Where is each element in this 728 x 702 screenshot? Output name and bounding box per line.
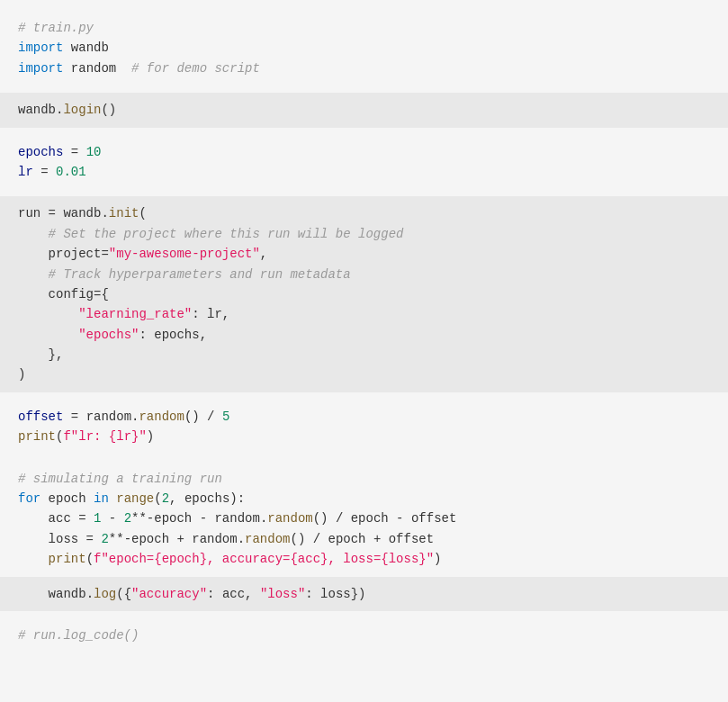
code-text: . [238,532,245,546]
code-line: run = wandb.init( [18,203,710,223]
var-offset: offset [18,410,63,424]
code-line: ) [18,364,710,384]
dict-key-epochs: "epochs" [78,328,139,342]
keyword-import2: import [18,61,63,76]
comment-sim: # simulating a training run [18,472,222,486]
code-line: # run.log_code() [18,626,710,645]
code-block-offset: offset = random.random() / 5 print(f"lr:… [0,400,728,454]
code-line: project="my-awesome-project", [18,244,710,264]
code-text: **-epoch + random [109,532,238,546]
code-block-vars: epochs = 10 lr = 0.01 [0,135,728,190]
code-text: random [63,61,131,76]
num-2: 2 [162,491,169,506]
fstring-lr: f"lr: {lr}" [63,429,146,444]
keyword-for: for [18,491,40,506]
code-text: , epochs): [169,491,245,506]
var-epochs: epochs [18,145,63,159]
func-random3: random [245,532,290,546]
code-line: acc = 1 - 2**-epoch - random.random() / … [18,508,710,528]
code-block-log: wandb.log({"accuracy": acc, "loss": loss… [0,577,728,611]
spacer [0,454,728,462]
dict-key-loss: "loss" [260,587,305,601]
code-block-forloop: # simulating a training run for epoch in… [0,462,728,577]
code-text: : lr, [192,307,229,321]
code-line: lr = 0.01 [18,162,710,182]
keyword-in: in [94,491,109,506]
keyword-import: import [18,40,63,55]
code-line: import random # for demo script [18,58,710,78]
code-text: . [101,206,108,220]
code-text [109,491,116,506]
code-text: () [101,103,116,117]
code-line: wandb.login() [18,100,710,120]
code-text: ( [154,491,161,506]
code-text: : acc, [207,587,260,601]
code-text: ( [86,552,94,566]
code-text: ({ [116,587,131,601]
code-line: "epochs": epochs, [18,325,710,345]
comment-project: # Set the project where this run will be… [49,227,404,241]
code-line: # Track hyperparameters and run metadata [18,265,710,284]
dict-key-accuracy: "accuracy" [131,587,207,601]
func-log: log [94,587,116,601]
var-lr: lr [18,165,33,179]
code-text: ) [18,367,25,382]
string-project: "my-awesome-project" [109,247,260,261]
code-text [18,307,78,321]
code-line: print(f"lr: {lr}") [18,427,710,446]
func-login: login [63,103,101,117]
code-text: run = wandb [18,206,101,220]
code-text: acc = [18,511,94,526]
code-line: # Set the project where this run will be… [18,224,710,244]
num-2b: 2 [101,532,108,546]
code-text: **-epoch - random [131,511,260,526]
comment: # train.py [18,21,94,35]
code-line: "learning_rate": lr, [18,304,710,324]
dict-key-lr: "learning_rate" [78,307,192,321]
code-text: - [101,511,123,526]
spacer [0,189,728,196]
num-lr: 0.01 [56,165,86,179]
code-container: # train.py import wandb import random # … [0,0,728,663]
code-text: () / epoch - offset [313,511,457,526]
code-text [18,267,49,282]
code-text: ) [434,552,441,566]
num-5: 5 [222,410,229,424]
num-10: 10 [86,145,102,159]
code-line: for epoch in range(2, epochs): [18,489,710,508]
code-text: loss = [18,532,101,546]
code-text: }, [18,347,63,362]
code-text: , [260,247,267,261]
code-line: }, [18,345,710,364]
code-text: : loss}) [305,587,365,601]
spacer [0,128,728,135]
code-text [18,227,49,241]
code-line: offset = random.random() / 5 [18,407,710,427]
code-text: epoch [40,491,94,506]
code-line: loss = 2**-epoch + random.random() / epo… [18,529,710,549]
code-text: . [86,587,94,601]
code-text: = random [63,410,131,424]
code-text: = [63,145,85,159]
spacer [0,611,728,618]
spacer [0,392,728,400]
code-text: project= [18,247,109,261]
func-print2: print [49,552,86,566]
code-block-logcode: # run.log_code() [0,618,728,652]
func-random2: random [267,511,312,526]
code-text: wandb [18,103,56,117]
func-print: print [18,429,56,444]
code-line: epochs = 10 [18,142,710,162]
func-random: random [139,410,184,424]
comment-track: # Track hyperparameters and run metadata [49,267,351,282]
comment: # for demo script [131,61,260,76]
code-text: config={ [18,287,109,302]
code-line: # simulating a training run [18,469,710,489]
code-text [18,328,78,342]
code-text: () / [184,410,222,424]
code-text: ) [147,429,154,444]
code-text: = [33,165,56,179]
code-text: ( [139,206,146,220]
func-range: range [116,491,154,506]
code-line: import wandb [18,38,710,58]
